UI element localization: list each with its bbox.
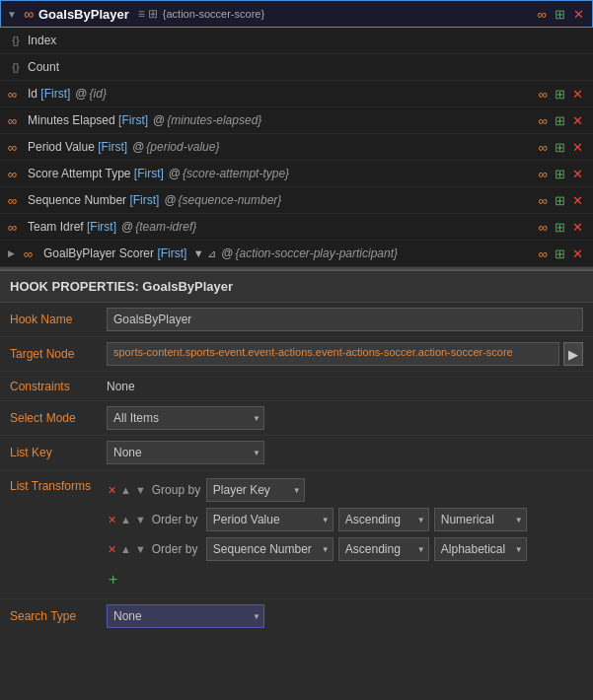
transform-row-2: ✕ ▲ ▼ Order by Period Value Sequence Num… bbox=[107, 505, 583, 534]
minutes-add-btn[interactable]: ⊞ bbox=[553, 113, 567, 128]
select-mode-row: Select Mode All Items First Last Random bbox=[0, 401, 593, 436]
id-link-icon: ∞ bbox=[8, 87, 24, 102]
score-close-btn[interactable]: ✕ bbox=[570, 167, 585, 181]
tree-header-link-btn[interactable]: ∞ bbox=[536, 7, 549, 22]
constraints-row: Constraints None bbox=[0, 372, 593, 401]
goalby-link-btn[interactable]: ∞ bbox=[537, 246, 550, 261]
sequence-close-btn[interactable]: ✕ bbox=[570, 193, 585, 208]
sequence-link-icon: ∞ bbox=[8, 193, 24, 208]
id-link-btn[interactable]: ∞ bbox=[537, 87, 550, 102]
period-add-btn[interactable]: ⊞ bbox=[553, 140, 567, 155]
transform-3-type-select[interactable]: Numerical Alphabetical bbox=[434, 537, 527, 561]
transform-2-dir-select[interactable]: Ascending Descending bbox=[338, 508, 429, 531]
add-transform-container: + bbox=[107, 564, 583, 594]
transform-1-up-btn[interactable]: ▲ bbox=[119, 483, 132, 497]
list-key-dropdown-wrap: None bbox=[107, 441, 264, 464]
goalby-expand-arrow[interactable]: ▶ bbox=[8, 248, 20, 258]
transform-3-order-label: Order by bbox=[152, 542, 201, 556]
search-type-dropdown[interactable]: None Exact Partial bbox=[107, 604, 264, 628]
period-link-btn[interactable]: ∞ bbox=[537, 140, 550, 155]
select-mode-dropdown[interactable]: All Items First Last Random bbox=[107, 406, 264, 430]
hook-name-input[interactable] bbox=[107, 308, 583, 331]
transform-2-delete-btn[interactable]: ✕ bbox=[107, 513, 117, 527]
tree-row-goalby: ▶ ∞ GoalByPlayer Scorer [First] ▼ ⊿ @{ac… bbox=[0, 241, 593, 267]
hook-name-row: Hook Name bbox=[0, 303, 593, 337]
transform-row-1: ✕ ▲ ▼ Group by Player Key Team Key Score bbox=[107, 475, 583, 505]
transform-3-dir-select[interactable]: Ascending Descending bbox=[338, 537, 429, 561]
goalby-filter-icon[interactable]: ▼ bbox=[193, 247, 204, 259]
minutes-close-btn[interactable]: ✕ bbox=[570, 113, 585, 128]
score-add-btn[interactable]: ⊞ bbox=[553, 167, 567, 181]
transform-3-delete-btn[interactable]: ✕ bbox=[107, 542, 117, 557]
transform-3-type-wrap: Numerical Alphabetical bbox=[434, 537, 527, 561]
team-close-btn[interactable]: ✕ bbox=[570, 220, 585, 235]
score-link-icon: ∞ bbox=[8, 167, 24, 181]
transform-1-delete-btn[interactable]: ✕ bbox=[107, 483, 117, 498]
hook-properties-header: HOOK PROPERTIES: GoalsByPlayer bbox=[0, 269, 593, 303]
list-transforms-label: List Transforms bbox=[10, 475, 99, 493]
sequence-add-btn[interactable]: ⊞ bbox=[553, 193, 567, 208]
stack-icon2: ⊞ bbox=[148, 7, 158, 21]
target-node-row: Target Node sports-content.sports-event.… bbox=[0, 337, 593, 372]
hook-properties-section: HOOK PROPERTIES: GoalsByPlayer Hook Name… bbox=[0, 269, 593, 633]
score-label: Score Attempt Type [First]@{score-attemp… bbox=[28, 167, 533, 180]
transform-3-up-btn[interactable]: ▲ bbox=[119, 542, 132, 556]
transform-3-icons: ✕ ▲ ▼ bbox=[107, 542, 147, 557]
id-actions: ∞ ⊞ ✕ bbox=[537, 87, 585, 102]
tree-row-id: ∞ Id [First]@{id} ∞ ⊞ ✕ bbox=[0, 81, 593, 107]
constraints-label: Constraints bbox=[10, 380, 99, 393]
list-key-row: List Key None bbox=[0, 436, 593, 470]
goalby-filter2-icon[interactable]: ⊿ bbox=[207, 247, 216, 259]
tree-header-stack: ≡ ⊞ bbox=[138, 7, 158, 21]
transform-3-field-select[interactable]: Period Value Sequence Number Player Key bbox=[206, 537, 334, 561]
tree-row-period: ∞ Period Value [First]@{period-value} ∞ … bbox=[0, 134, 593, 161]
list-key-label: List Key bbox=[10, 446, 99, 459]
minutes-link-btn[interactable]: ∞ bbox=[537, 113, 550, 128]
tree-header: ▼ ∞ GoalsByPlayer ≡ ⊞ {action-soccer-sco… bbox=[0, 0, 593, 28]
transform-2-down-btn[interactable]: ▼ bbox=[134, 513, 147, 526]
score-link-btn[interactable]: ∞ bbox=[537, 167, 550, 181]
transform-2-type-wrap: Numerical Alphabetical bbox=[434, 508, 527, 531]
tree-header-badge: {action-soccer-score} bbox=[163, 8, 264, 20]
tree-row-team: ∞ Team Idref [First]@{team-idref} ∞ ⊞ ✕ bbox=[0, 214, 593, 241]
tree-row-sequence: ∞ Sequence Number [First]@{sequence-numb… bbox=[0, 187, 593, 214]
transform-2-up-btn[interactable]: ▲ bbox=[119, 513, 132, 526]
constraints-value: None bbox=[107, 380, 135, 393]
transform-2-type-select[interactable]: Numerical Alphabetical bbox=[434, 508, 527, 531]
list-transforms-content: ✕ ▲ ▼ Group by Player Key Team Key Score… bbox=[107, 475, 583, 594]
count-label: Count bbox=[28, 60, 585, 74]
team-link-btn[interactable]: ∞ bbox=[537, 220, 550, 235]
transform-3-field-wrap: Period Value Sequence Number Player Key bbox=[206, 537, 334, 561]
goalby-add-btn[interactable]: ⊞ bbox=[553, 246, 567, 261]
transform-1-field-wrap: Player Key Team Key Score bbox=[206, 478, 305, 502]
score-actions: ∞ ⊞ ✕ bbox=[537, 167, 585, 181]
id-close-btn[interactable]: ✕ bbox=[570, 87, 585, 102]
team-add-btn[interactable]: ⊞ bbox=[553, 220, 567, 235]
transform-row-3: ✕ ▲ ▼ Order by Period Value Sequence Num… bbox=[107, 534, 583, 564]
id-label: Id [First]@{id} bbox=[28, 87, 533, 101]
id-add-btn[interactable]: ⊞ bbox=[553, 87, 567, 102]
tree-section: ▼ ∞ GoalsByPlayer ≡ ⊞ {action-soccer-sco… bbox=[0, 0, 593, 269]
target-node-arrow-btn[interactable]: ▶ bbox=[563, 342, 583, 366]
period-link-icon: ∞ bbox=[8, 140, 24, 155]
index-brace-icon: {} bbox=[8, 35, 24, 46]
select-mode-label: Select Mode bbox=[10, 411, 99, 425]
tree-header-add-btn[interactable]: ⊞ bbox=[553, 7, 567, 22]
tree-row-minutes: ∞ Minutes Elapsed [First]@{minutes-elaps… bbox=[0, 107, 593, 134]
goalby-close-btn[interactable]: ✕ bbox=[570, 246, 585, 261]
period-close-btn[interactable]: ✕ bbox=[570, 140, 585, 155]
transform-3-down-btn[interactable]: ▼ bbox=[134, 542, 147, 556]
transform-1-down-btn[interactable]: ▼ bbox=[134, 483, 147, 497]
tree-expand-arrow[interactable]: ▼ bbox=[7, 9, 19, 20]
transform-2-dir-wrap: Ascending Descending bbox=[338, 508, 429, 531]
add-transform-btn[interactable]: + bbox=[107, 569, 119, 591]
tree-header-close-btn[interactable]: ✕ bbox=[571, 7, 586, 22]
sequence-link-btn[interactable]: ∞ bbox=[537, 193, 550, 208]
transform-2-field-select[interactable]: Period Value Sequence Number Player Key bbox=[206, 508, 334, 531]
goalby-label: GoalByPlayer Scorer [First] ▼ ⊿ @{action… bbox=[43, 246, 533, 260]
team-label: Team Idref [First]@{team-idref} bbox=[28, 220, 533, 234]
list-key-dropdown[interactable]: None bbox=[107, 441, 264, 464]
sequence-actions: ∞ ⊞ ✕ bbox=[537, 193, 585, 208]
transform-1-group-label: Group by bbox=[152, 483, 201, 497]
transform-1-field-select[interactable]: Player Key Team Key Score bbox=[206, 478, 305, 502]
